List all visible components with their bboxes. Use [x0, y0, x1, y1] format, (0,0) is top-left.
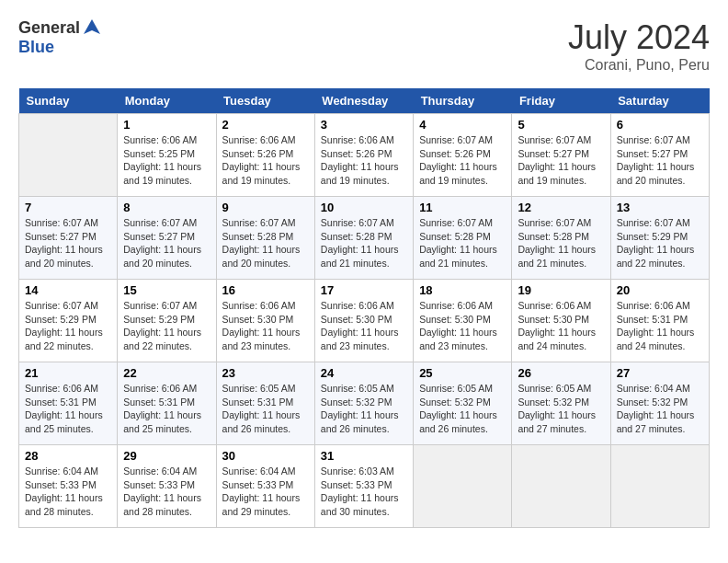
day-number: 1	[123, 118, 210, 132]
col-tuesday: Tuesday	[216, 88, 314, 114]
day-info: Sunrise: 6:06 AMSunset: 5:25 PMDaylight:…	[123, 133, 210, 188]
calendar-cell	[414, 445, 512, 528]
calendar-cell: 24Sunrise: 6:05 AMSunset: 5:32 PMDayligh…	[314, 362, 413, 445]
day-number: 7	[25, 201, 111, 214]
calendar-cell	[19, 114, 118, 197]
day-info: Sunrise: 6:05 AMSunset: 5:32 PMDaylight:…	[419, 382, 506, 436]
day-number: 8	[123, 201, 210, 214]
col-monday: Monday	[118, 88, 216, 114]
day-number: 25	[419, 366, 506, 380]
day-number: 17	[321, 283, 407, 297]
day-number: 23	[222, 366, 309, 380]
day-info: Sunrise: 6:06 AMSunset: 5:26 PMDaylight:…	[321, 133, 407, 188]
logo-bird-icon	[82, 17, 102, 38]
day-info: Sunrise: 6:07 AMSunset: 5:27 PMDaylight:…	[617, 133, 703, 188]
calendar-cell: 31Sunrise: 6:03 AMSunset: 5:33 PMDayligh…	[314, 445, 413, 528]
day-info: Sunrise: 6:07 AMSunset: 5:28 PMDaylight:…	[321, 216, 407, 270]
day-number: 4	[419, 118, 506, 132]
calendar-cell: 21Sunrise: 6:06 AMSunset: 5:31 PMDayligh…	[19, 362, 118, 445]
day-number: 30	[222, 449, 309, 463]
day-number: 13	[617, 201, 703, 214]
day-info: Sunrise: 6:05 AMSunset: 5:32 PMDaylight:…	[518, 382, 604, 436]
day-number: 28	[25, 449, 111, 463]
day-number: 21	[25, 366, 111, 380]
calendar-cell	[512, 445, 610, 528]
calendar-cell: 6Sunrise: 6:07 AMSunset: 5:27 PMDaylight…	[610, 114, 709, 197]
day-info: Sunrise: 6:06 AMSunset: 5:26 PMDaylight:…	[222, 133, 309, 188]
calendar-cell: 26Sunrise: 6:05 AMSunset: 5:32 PMDayligh…	[512, 362, 610, 445]
day-info: Sunrise: 6:05 AMSunset: 5:32 PMDaylight:…	[321, 382, 407, 436]
calendar-header: Sunday Monday Tuesday Wednesday Thursday…	[19, 88, 710, 114]
day-number: 6	[617, 118, 703, 132]
col-thursday: Thursday	[414, 88, 512, 114]
calendar-cell: 4Sunrise: 6:07 AMSunset: 5:26 PMDaylight…	[414, 114, 512, 197]
calendar-cell: 23Sunrise: 6:05 AMSunset: 5:31 PMDayligh…	[216, 362, 314, 445]
page-header: General Blue July 2024 Corani, Puno, Per…	[18, 18, 710, 74]
day-info: Sunrise: 6:04 AMSunset: 5:33 PMDaylight:…	[222, 465, 309, 519]
col-saturday: Saturday	[610, 88, 709, 114]
day-info: Sunrise: 6:04 AMSunset: 5:33 PMDaylight:…	[123, 465, 210, 519]
calendar-cell: 1Sunrise: 6:06 AMSunset: 5:25 PMDaylight…	[118, 114, 216, 197]
day-number: 26	[518, 366, 604, 380]
day-info: Sunrise: 6:03 AMSunset: 5:33 PMDaylight:…	[321, 465, 407, 519]
day-info: Sunrise: 6:04 AMSunset: 5:33 PMDaylight:…	[25, 465, 111, 519]
col-sunday: Sunday	[19, 88, 118, 114]
calendar-cell	[610, 445, 709, 528]
day-info: Sunrise: 6:07 AMSunset: 5:27 PMDaylight:…	[25, 216, 111, 270]
title-block: July 2024 Corani, Puno, Peru	[568, 18, 710, 74]
day-number: 12	[518, 201, 604, 214]
svg-marker-0	[84, 19, 100, 34]
day-number: 5	[518, 118, 604, 132]
day-number: 14	[25, 283, 111, 297]
calendar-cell: 25Sunrise: 6:05 AMSunset: 5:32 PMDayligh…	[414, 362, 512, 445]
calendar-cell: 11Sunrise: 6:07 AMSunset: 5:28 PMDayligh…	[414, 197, 512, 280]
calendar-cell: 30Sunrise: 6:04 AMSunset: 5:33 PMDayligh…	[216, 445, 314, 528]
calendar-cell: 8Sunrise: 6:07 AMSunset: 5:27 PMDaylight…	[118, 197, 216, 280]
day-info: Sunrise: 6:06 AMSunset: 5:30 PMDaylight:…	[518, 299, 604, 353]
logo-blue-text: Blue	[18, 38, 54, 56]
calendar-cell: 9Sunrise: 6:07 AMSunset: 5:28 PMDaylight…	[216, 197, 314, 280]
calendar-body: 1Sunrise: 6:06 AMSunset: 5:25 PMDaylight…	[19, 114, 710, 528]
day-number: 15	[123, 283, 210, 297]
day-number: 19	[518, 283, 604, 297]
day-info: Sunrise: 6:06 AMSunset: 5:31 PMDaylight:…	[123, 382, 210, 436]
calendar-cell: 13Sunrise: 6:07 AMSunset: 5:29 PMDayligh…	[610, 197, 709, 280]
day-info: Sunrise: 6:06 AMSunset: 5:31 PMDaylight:…	[617, 299, 703, 353]
day-number: 29	[123, 449, 210, 463]
day-number: 3	[321, 118, 407, 132]
calendar-cell: 17Sunrise: 6:06 AMSunset: 5:30 PMDayligh…	[314, 280, 413, 362]
day-info: Sunrise: 6:07 AMSunset: 5:26 PMDaylight:…	[419, 133, 506, 188]
calendar-cell: 7Sunrise: 6:07 AMSunset: 5:27 PMDaylight…	[19, 197, 118, 280]
day-info: Sunrise: 6:07 AMSunset: 5:28 PMDaylight:…	[222, 216, 309, 270]
day-info: Sunrise: 6:07 AMSunset: 5:29 PMDaylight:…	[25, 299, 111, 353]
col-wednesday: Wednesday	[314, 88, 413, 114]
calendar-cell: 16Sunrise: 6:06 AMSunset: 5:30 PMDayligh…	[216, 280, 314, 362]
day-number: 9	[222, 201, 309, 214]
day-number: 11	[419, 201, 506, 214]
location-subtitle: Corani, Puno, Peru	[568, 57, 710, 74]
calendar-cell: 18Sunrise: 6:06 AMSunset: 5:30 PMDayligh…	[414, 280, 512, 362]
calendar-week-row: 14Sunrise: 6:07 AMSunset: 5:29 PMDayligh…	[19, 280, 710, 362]
day-number: 2	[222, 118, 309, 132]
calendar-cell: 3Sunrise: 6:06 AMSunset: 5:26 PMDaylight…	[314, 114, 413, 197]
day-number: 10	[321, 201, 407, 214]
day-number: 20	[617, 283, 703, 297]
day-number: 27	[617, 366, 703, 380]
calendar-cell: 27Sunrise: 6:04 AMSunset: 5:32 PMDayligh…	[610, 362, 709, 445]
day-info: Sunrise: 6:06 AMSunset: 5:31 PMDaylight:…	[25, 382, 111, 436]
day-number: 24	[321, 366, 407, 380]
calendar-week-row: 7Sunrise: 6:07 AMSunset: 5:27 PMDaylight…	[19, 197, 710, 280]
calendar-week-row: 21Sunrise: 6:06 AMSunset: 5:31 PMDayligh…	[19, 362, 710, 445]
day-info: Sunrise: 6:06 AMSunset: 5:30 PMDaylight:…	[222, 299, 309, 353]
col-friday: Friday	[512, 88, 610, 114]
day-number: 22	[123, 366, 210, 380]
day-info: Sunrise: 6:07 AMSunset: 5:28 PMDaylight:…	[419, 216, 506, 270]
day-number: 18	[419, 283, 506, 297]
header-row: Sunday Monday Tuesday Wednesday Thursday…	[19, 88, 710, 114]
calendar-cell: 14Sunrise: 6:07 AMSunset: 5:29 PMDayligh…	[19, 280, 118, 362]
calendar-table: Sunday Monday Tuesday Wednesday Thursday…	[18, 88, 710, 528]
day-info: Sunrise: 6:07 AMSunset: 5:29 PMDaylight:…	[617, 216, 703, 270]
day-info: Sunrise: 6:07 AMSunset: 5:28 PMDaylight:…	[518, 216, 604, 270]
calendar-cell: 5Sunrise: 6:07 AMSunset: 5:27 PMDaylight…	[512, 114, 610, 197]
calendar-cell: 10Sunrise: 6:07 AMSunset: 5:28 PMDayligh…	[314, 197, 413, 280]
